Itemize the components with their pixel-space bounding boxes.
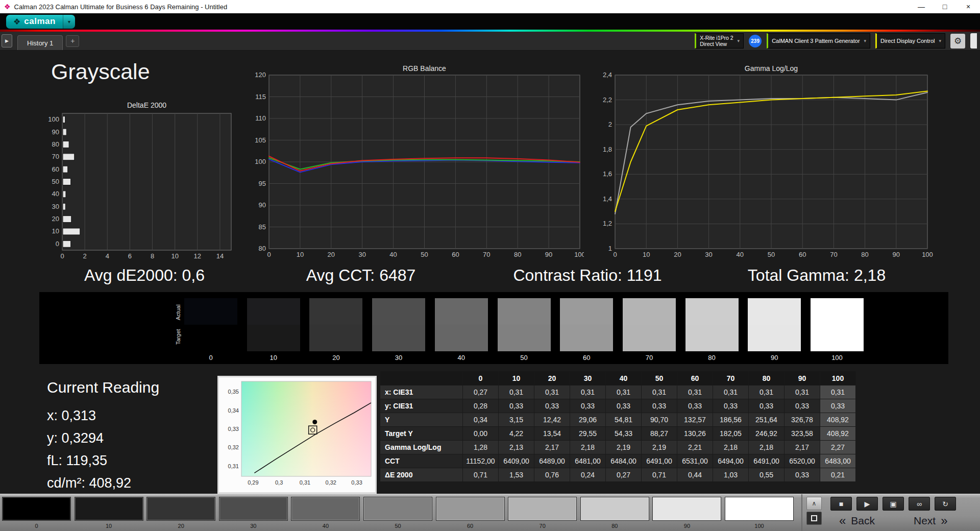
- pattern-button-70[interactable]: [508, 497, 577, 521]
- svg-text:2: 2: [83, 252, 87, 260]
- close-button[interactable]: ×: [957, 0, 980, 13]
- grayscale-swatch-100: [811, 298, 864, 351]
- stat-avg-de2000: Avg dE2000: 0,6: [84, 266, 205, 285]
- svg-text:4: 4: [106, 252, 109, 260]
- swatch-target-50: [498, 325, 551, 351]
- svg-text:80: 80: [259, 245, 266, 252]
- pattern-generator-dropdown[interactable]: CalMAN Client 3 Pattern Generator ▾: [767, 33, 870, 49]
- svg-text:60: 60: [452, 251, 459, 258]
- svg-text:90: 90: [52, 128, 59, 136]
- grayscale-swatch-40: [435, 298, 488, 351]
- meter-count-badge: 239: [749, 35, 762, 47]
- window-controls: — □ ×: [910, 0, 980, 13]
- svg-text:60: 60: [799, 251, 806, 258]
- pattern-button-90[interactable]: [652, 497, 721, 521]
- link-button[interactable]: ∞: [909, 497, 930, 511]
- refresh-button[interactable]: ↻: [935, 497, 956, 511]
- pattern-button-label: 50: [363, 523, 432, 529]
- pattern-button-50[interactable]: [363, 497, 432, 521]
- table-cell: 3,15: [499, 413, 534, 427]
- pattern-button-label: 40: [291, 523, 360, 529]
- svg-text:14: 14: [216, 252, 224, 260]
- table-cell: 2,18: [713, 441, 749, 454]
- pattern-window-button[interactable]: [806, 512, 822, 525]
- chevron-up-icon[interactable]: ∧: [806, 497, 822, 510]
- chevron-down-icon[interactable]: ▾: [63, 15, 75, 29]
- table-header-cell: 40: [606, 371, 642, 385]
- table-cell: 29,06: [570, 413, 606, 427]
- collapsed-panel-handle[interactable]: [970, 33, 977, 49]
- display-control-dropdown[interactable]: Direct Display Control ▾: [875, 33, 945, 49]
- chevron-down-icon: ▾: [738, 38, 740, 43]
- table-cell: 1,53: [499, 468, 534, 482]
- svg-text:0,34: 0,34: [228, 407, 239, 414]
- next-button[interactable]: Next »: [914, 513, 948, 529]
- svg-text:100: 100: [48, 115, 59, 123]
- meter-dropdown[interactable]: X-Rite i1Pro 2 Direct View ▾: [695, 33, 744, 49]
- swatch-actual-50: [498, 298, 551, 325]
- table-cell: 0,33: [713, 399, 749, 413]
- grayscale-swatch-strip: Actual Target 0102030405060708090100: [39, 292, 948, 364]
- grayscale-swatch-60: [560, 298, 613, 351]
- table-cell: 0,28: [463, 399, 499, 413]
- tab-history-1[interactable]: History 1: [17, 35, 63, 50]
- table-cell: 0,33: [534, 399, 570, 413]
- table-cell: 0,31: [606, 385, 642, 399]
- pattern-button-10[interactable]: [75, 497, 143, 521]
- grayscale-swatch-90: [748, 298, 801, 351]
- current-reading-panel: Current Reading x: 0,313 y: 0,3294 fL: 1…: [47, 379, 159, 494]
- table-cell: 2,17: [534, 441, 570, 454]
- table-cell: 2,19: [642, 441, 677, 454]
- tab-bar: ▶ History 1 + X-Rite i1Pro 2 Direct View…: [0, 32, 980, 51]
- table-cell: 54,33: [606, 427, 642, 441]
- swatch-target-40: [435, 325, 488, 351]
- pattern-button-80[interactable]: [580, 497, 649, 521]
- svg-text:0,32: 0,32: [326, 479, 336, 486]
- table-cell: 2,18: [749, 441, 785, 454]
- deltae-bar-30: [63, 203, 65, 210]
- table-cell: 0,31: [820, 385, 856, 399]
- svg-text:20: 20: [674, 251, 681, 258]
- pattern-button-0[interactable]: [2, 497, 71, 521]
- svg-text:8: 8: [151, 252, 154, 260]
- table-cell: 6491,00: [749, 454, 785, 468]
- minimize-button[interactable]: —: [910, 0, 933, 13]
- pattern-button-label: 30: [219, 523, 288, 529]
- svg-text:0,31: 0,31: [300, 479, 310, 486]
- calman-menu-button[interactable]: ❖ calman ▾: [6, 15, 75, 29]
- maximize-button[interactable]: □: [933, 0, 957, 13]
- svg-text:60: 60: [52, 165, 59, 173]
- save-button[interactable]: ▣: [883, 497, 904, 511]
- pattern-button-100[interactable]: [725, 497, 794, 521]
- add-tab-button[interactable]: +: [66, 35, 79, 47]
- pattern-button-20[interactable]: [146, 497, 215, 521]
- pattern-button-30[interactable]: [219, 497, 288, 521]
- pattern-button-40[interactable]: [291, 497, 360, 521]
- swatch-target-0: [184, 325, 237, 351]
- table-header-cell: 50: [642, 371, 677, 385]
- back-button[interactable]: « Back: [839, 513, 875, 529]
- next-chevrons-icon: »: [941, 513, 947, 528]
- gear-icon[interactable]: ⚙: [950, 34, 965, 49]
- reading-x: x: 0,313: [47, 404, 159, 427]
- cie-plot: 0,310,320,330,340,350,290,30,310,320,33: [219, 377, 375, 492]
- meter-name: X-Rite i1Pro 2: [700, 35, 733, 41]
- table-header-row: 0102030405060708090100: [380, 371, 856, 385]
- svg-text:30: 30: [358, 251, 365, 258]
- swatch-target-10: [247, 325, 300, 351]
- tab-scroll-arrow-icon[interactable]: ▶: [2, 34, 12, 47]
- svg-text:30: 30: [52, 203, 59, 210]
- table-row: y: CIE310,280,330,330,330,330,330,330,33…: [380, 399, 856, 413]
- svg-text:95: 95: [259, 180, 266, 187]
- grayscale-swatch-0: [184, 298, 237, 351]
- swatch-level-label: 100: [811, 354, 864, 361]
- table-cell: 0,33: [499, 399, 534, 413]
- table-cell: 182,05: [713, 427, 749, 441]
- pattern-button-60[interactable]: [436, 497, 505, 521]
- table-cell: 0,76: [534, 468, 570, 482]
- stat-avg-cct: Avg CCT: 6487: [306, 266, 416, 285]
- swatch-level-label: 0: [184, 354, 237, 361]
- deltae-bar-chart: 024681012141009080706050403020100: [41, 109, 237, 261]
- play-button[interactable]: ▶: [856, 497, 878, 511]
- stop-button[interactable]: ■: [830, 497, 852, 511]
